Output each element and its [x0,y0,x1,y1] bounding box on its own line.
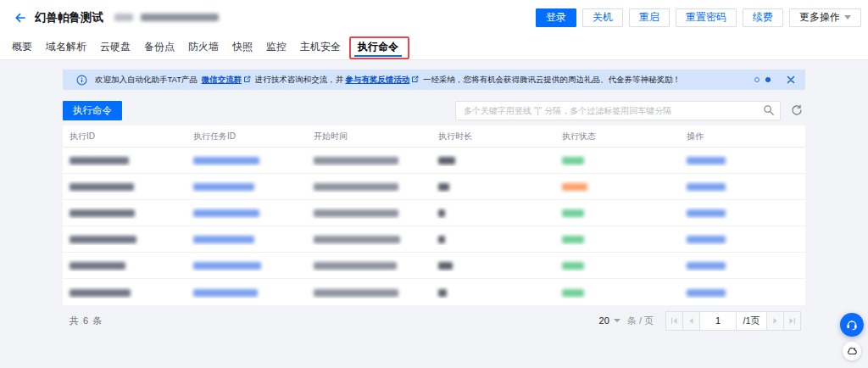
headset-icon [845,318,859,332]
reset-password-button[interactable]: 重置密码 [676,8,737,27]
tab-monitor[interactable]: 监控 [266,35,287,59]
table-cell [555,259,680,271]
table-cell[interactable] [680,207,805,219]
banner-link[interactable]: 微信交流群 [202,75,252,84]
shutdown-button[interactable]: 关机 [582,8,623,27]
page-total-label: /1页 [737,311,767,331]
restart-label: 重启 [639,10,659,25]
tab-overview[interactable]: 概要 [12,35,32,59]
execute-command-button[interactable]: 执行命令 [63,101,122,120]
pagination: 20 条 / 页 /1页 [599,311,801,331]
table-cell[interactable] [186,287,307,298]
execution-table: 执行ID执行任务ID开始时间执行时长执行状态操作 [63,125,805,305]
next-page-button[interactable] [766,311,784,331]
instance-info-blur-2 [141,14,219,21]
table-row [63,200,805,226]
table-row [63,226,805,253]
execution-id-blur [70,262,125,270]
table-cell[interactable] [186,154,307,166]
table-cell[interactable] [186,259,307,271]
status-failed-blur [562,183,587,191]
table-cell[interactable] [680,259,805,271]
action-link-blur [687,157,726,164]
banner-close-icon[interactable] [787,75,795,84]
cloud-sync-button[interactable] [843,342,861,360]
table-header-row: 执行ID执行任务ID开始时间执行时长执行状态操作 [63,125,805,148]
chevron-down-icon [614,319,620,322]
column-header-1: 执行ID [63,125,186,147]
refresh-icon[interactable] [788,102,805,119]
content-area: 欢迎加入自动化助手TAT产品 微信交流群 进行技术咨询和交流，并参与有奖反馈活动… [0,60,868,368]
table-cell [555,233,680,245]
back-arrow-icon[interactable] [14,11,27,25]
column-header-2: 执行任务ID [186,125,307,147]
page-number-input[interactable] [699,311,737,331]
tab-firewall[interactable]: 防火墙 [188,35,219,59]
table-cell[interactable] [680,287,805,298]
status-success-blur [562,157,584,164]
shutdown-label: 关机 [593,10,613,25]
table-cell[interactable] [186,181,307,192]
table-cell[interactable] [680,233,805,245]
last-page-button[interactable] [783,311,801,331]
total-count: 共 6 条 [63,315,103,327]
first-page-button[interactable] [665,311,683,331]
table-cell[interactable] [680,154,805,166]
customer-service-button[interactable] [840,313,864,337]
table-cell [431,181,555,192]
more-actions-label: 更多操作 [799,10,840,25]
task-id-link-blur [193,289,258,297]
task-id-link-blur [193,157,259,164]
start-time-blur [314,157,398,164]
banner-link[interactable]: 参与有奖反馈活动 [345,75,419,84]
table-cell [307,287,431,298]
renew-button[interactable]: 续费 [743,8,783,27]
status-success-blur [562,236,584,243]
tab-execute-command[interactable]: 执行命令 [354,35,402,59]
table-cell[interactable] [186,233,307,245]
search-input[interactable] [455,101,781,120]
login-button[interactable]: 登录 [536,8,576,27]
tab-bar-tabs: 概要域名解析云硬盘备份点防火墙快照监控主机安全执行命令 [12,35,402,59]
column-header-6: 操作 [680,125,805,147]
table-cell [63,207,186,219]
action-link-blur [687,183,726,191]
column-header-5: 执行状态 [555,125,680,147]
banner-dot-1[interactable] [754,77,760,82]
more-actions-button[interactable]: 更多操作 [789,8,861,27]
table-cell[interactable] [680,181,805,192]
table-row [63,148,805,174]
table-cell [431,154,555,166]
tab-dns[interactable]: 域名解析 [46,35,86,59]
duration-blur [438,236,445,243]
tab-snapshot[interactable]: 快照 [232,35,253,59]
page-size-select[interactable]: 20 [599,315,620,326]
restart-button[interactable]: 重启 [629,8,670,27]
status-success-blur [562,262,584,270]
table-cell [63,233,186,245]
prev-page-button[interactable] [682,311,700,331]
table-cell [431,207,555,219]
duration-blur [438,262,453,270]
renew-label: 续费 [753,10,773,25]
toolbar: 执行命令 [63,100,805,120]
table-cell [307,181,431,192]
table-cell [63,259,186,271]
table-cell[interactable] [186,207,307,219]
table-cell [307,259,431,271]
page-title: 幻兽帕鲁测试 [35,10,103,25]
chevron-down-icon [844,15,851,20]
banner-dot-2[interactable] [765,77,771,82]
start-time-blur [314,236,400,243]
duration-blur [438,209,445,217]
table-cell [431,287,555,298]
tab-host-security[interactable]: 主机安全 [300,35,341,59]
search-icon[interactable] [763,104,775,119]
execution-id-blur [70,183,134,191]
tab-backup-point[interactable]: 备份点 [144,35,175,59]
table-cell [63,287,186,298]
tab-cloud-disk[interactable]: 云硬盘 [100,35,131,59]
table-row [63,279,805,305]
execution-id-blur [70,236,136,243]
page-controls: /1页 [665,311,801,331]
